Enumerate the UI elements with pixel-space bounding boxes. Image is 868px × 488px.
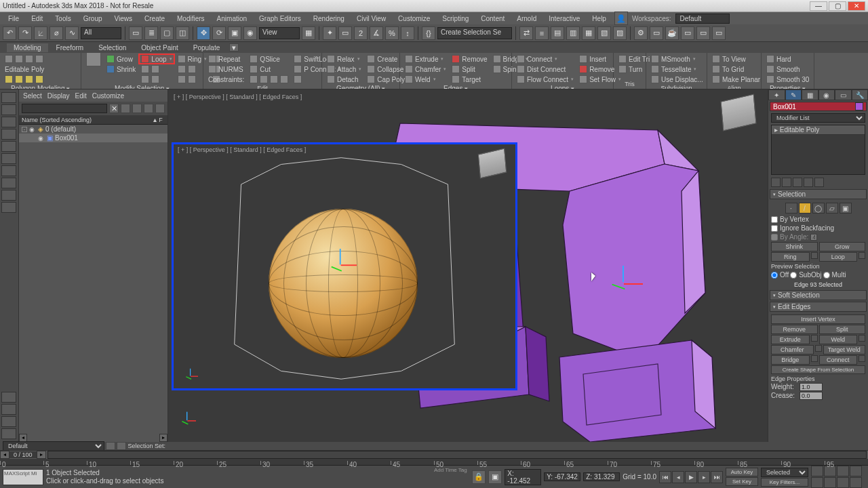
goto-end[interactable]: ⏭ [711,471,723,483]
eye-icon[interactable]: ◉ [29,126,36,133]
togrid-button[interactable]: To Grid [710,64,762,74]
msmooth-button[interactable]: MSmooth▾ [649,54,705,64]
preview-subobj[interactable] [790,272,797,279]
time-frame[interactable]: 0 / 100 [9,451,37,458]
subobj-vertex[interactable]: ∙ [785,203,797,214]
menu-content[interactable]: Content [475,14,510,24]
named-selection-set[interactable]: Create Selection Se [437,27,512,39]
scene-edit[interactable]: Edit [75,92,87,100]
select-rotate-button[interactable]: ⟳ [212,26,226,40]
tab-modify[interactable]: ✎ [785,89,802,100]
scene-display[interactable]: Display [47,92,70,100]
rail-btn-7[interactable] [1,165,16,176]
menu-modifiers[interactable]: Modifiers [172,14,210,24]
key-filters-button[interactable]: Key Filters... [761,478,808,487]
loop-button[interactable]: Loop▾ [139,54,174,64]
window-crossing-button[interactable]: ◫ [176,26,189,40]
mirror-button[interactable]: ⇄ [519,26,533,40]
isolate-button[interactable]: ▣ [488,470,502,484]
schematic-view-button[interactable]: ▧ [597,26,611,40]
select-by-name-button[interactable]: ≣ [144,26,158,40]
loop-sel-button[interactable]: Loop [819,252,858,262]
spinner-snap-button[interactable]: ↕ [401,26,414,40]
split-edge-button[interactable]: Split [819,325,866,334]
shrink-sel-button[interactable]: Shrink [771,242,818,251]
weld-edge-button[interactable]: Weld [819,335,858,344]
split-button[interactable]: Split [450,64,489,74]
bridge-edge-button[interactable]: Bridge [771,355,810,365]
time-prev[interactable]: ◂ [0,451,9,459]
attach-button[interactable]: Attach▾ [325,64,363,74]
rail-btn-13[interactable] [1,416,16,427]
scene-header-name[interactable]: Name (Sorted Ascending) [22,117,92,123]
use-pivot-button[interactable]: ▦ [302,26,315,40]
stack-editable-poly[interactable]: ▸ Editable Poly [772,125,865,135]
grow-sel-button[interactable]: Grow [819,242,866,251]
coord-x[interactable]: X: -12.452 [505,469,541,485]
close-button[interactable]: ✕ [848,1,865,11]
preview-off[interactable] [771,272,778,279]
scene-header-f[interactable]: F [157,117,165,123]
material-editor-button[interactable]: ▨ [613,26,627,40]
rail-btn-12[interactable] [1,404,16,415]
weld-button[interactable]: Weld▾ [403,75,448,84]
toggle-ribbon-button[interactable]: ▥ [566,26,580,40]
ref-coord-select[interactable]: View [259,27,300,39]
object-color-swatch[interactable] [855,102,863,110]
scene-tree[interactable]: -◉◈0 (default) ◉▣Box001 [19,125,167,434]
menu-create[interactable]: Create [139,14,170,24]
scene-tool-d[interactable] [155,104,165,113]
redo-button[interactable]: ↷ [18,26,32,40]
menu-arnold[interactable]: Arnold [511,14,542,24]
percent-snap-button[interactable]: % [385,26,399,40]
ring-sel-button[interactable]: Ring [771,252,810,262]
chamfer-edge-button[interactable]: Chamfer [771,345,814,354]
rail-btn-6[interactable] [1,153,16,164]
menu-tools[interactable]: Tools [50,14,76,24]
tab-create[interactable]: ✦ [768,89,785,100]
scene-customize[interactable]: Customize [92,92,124,100]
scene-tool-b[interactable] [132,104,142,113]
menu-help[interactable]: Help [587,14,612,24]
play[interactable]: ▶ [685,471,697,483]
by-vertex-check[interactable] [771,216,778,223]
relax-button[interactable]: Relax▾ [325,54,363,64]
maxscript-listener[interactable]: MAXScript Mi [3,469,43,485]
scene-search-input[interactable] [22,104,107,113]
minimize-button[interactable]: — [810,1,827,11]
modifier-stack[interactable]: ▸ Editable Poly [771,125,865,175]
floating-viewport[interactable]: [ + ] [ Perspective ] [ Standard ] [ Edg… [172,142,517,390]
menu-interactive[interactable]: Interactive [543,14,585,24]
detach-button[interactable]: Detach [325,75,363,84]
tab-utilities[interactable]: 🔧 [852,89,869,100]
weld-settings[interactable] [859,335,865,342]
target-weld-button[interactable]: Target Weld [823,345,866,354]
bridge-settings[interactable] [811,355,818,362]
object-name-field[interactable]: Box001 [773,103,796,110]
extrude-edge-button[interactable]: Extrude [771,335,810,344]
ribbon-tab-populate[interactable]: Populate [186,43,226,52]
connect-settings[interactable] [859,355,865,362]
layer-tool-a[interactable] [106,442,115,450]
stack-config[interactable] [814,178,824,187]
menu-civilview[interactable]: Civil View [351,14,391,24]
makeplanar-button[interactable]: Make Planar [710,75,762,84]
rail-btn-3[interactable] [1,117,16,127]
smooth-button[interactable]: Smooth [764,64,811,74]
connect-button[interactable]: Connect▾ [515,54,576,64]
render-production-button[interactable]: ☕ [665,26,679,40]
chamfer-button[interactable]: Chamfer▾ [403,64,448,74]
grow-button[interactable]: Grow [104,54,138,64]
tab-hierarchy[interactable]: ▦ [802,89,818,100]
time-ruler[interactable]: 0510152025303540455055606570758085909510… [0,459,868,466]
shrink-button[interactable]: Shrink [104,64,138,74]
coord-z[interactable]: Z: 31.329 [583,472,620,481]
move-gizmo-float[interactable] [332,261,357,285]
loop-spinner[interactable] [859,252,865,259]
stack-remove[interactable] [804,178,813,187]
render-activeshade-button[interactable]: ▭ [696,26,710,40]
add-time-tag[interactable]: Add Time Tag [434,467,467,473]
ribbon-tab-modeling[interactable]: Modeling [7,43,48,52]
nav-zoom[interactable] [811,466,823,476]
hard-button[interactable]: Hard [764,54,811,64]
